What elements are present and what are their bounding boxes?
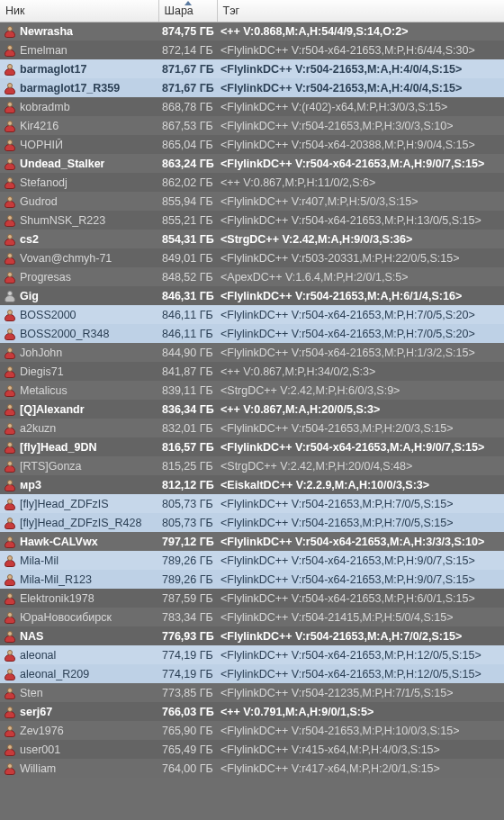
user-icon xyxy=(4,63,16,76)
nick-cell[interactable]: Elektronik1978 xyxy=(0,589,158,608)
table-row[interactable]: [fly]Head_ZDFzIS805,73 ГБ<FlylinkDC++ V:… xyxy=(0,494,504,513)
table-row[interactable]: barmaglot17_R359871,67 ГБ<FlylinkDC++ V:… xyxy=(0,78,504,97)
nick-cell[interactable]: Stefanodj xyxy=(0,173,158,192)
table-row[interactable]: kobradmb868,78 ГБ<FlylinkDC++ V:(r402)-x… xyxy=(0,97,504,116)
share-cell: 874,75 ГБ xyxy=(158,22,217,41)
table-row[interactable]: [fly]Head_9DN816,57 ГБ<FlylinkDC++ V:r50… xyxy=(0,437,504,456)
share-cell: 797,12 ГБ xyxy=(158,532,217,551)
nick-cell[interactable]: Gudrod xyxy=(0,192,158,211)
nick-cell[interactable]: ShumNSK_R223 xyxy=(0,211,158,230)
table-row[interactable]: Stefanodj862,02 ГБ<++ V:0.867,M:P,H:11/0… xyxy=(0,173,504,192)
table-row[interactable]: ЮраНовосибирск783,34 ГБ<FlylinkDC++ V:r5… xyxy=(0,608,504,626)
nick-cell[interactable]: user001 xyxy=(0,740,158,759)
tag-cell: <FlylinkDC++ V:r504-x64-21653,M:P,H:6/4/… xyxy=(217,41,504,59)
share-cell: 787,59 ГБ xyxy=(158,589,217,608)
table-row[interactable]: aleonal774,19 ГБ<FlylinkDC++ V:r504-x64-… xyxy=(0,645,504,664)
nick-cell[interactable]: kobradmb xyxy=(0,97,158,116)
nick-cell[interactable]: Metalicus xyxy=(0,381,158,400)
nick-cell[interactable]: Sten xyxy=(0,683,158,702)
nick-cell[interactable]: aleonal_R209 xyxy=(0,664,158,683)
nick-cell[interactable]: NAS xyxy=(0,626,158,645)
table-row[interactable]: cs2854,31 ГБ<StrgDC++ V:2.42,M:A,H:9/0/3… xyxy=(0,230,504,248)
table-row[interactable]: ShumNSK_R223855,21 ГБ<FlylinkDC++ V:r504… xyxy=(0,211,504,230)
table-row[interactable]: ЧОРНІЙ865,04 ГБ<FlylinkDC++ V:r504-x64-2… xyxy=(0,135,504,154)
nick-cell[interactable]: Vovan@chmyh-71 xyxy=(0,248,158,267)
nick-cell[interactable]: aleonal xyxy=(0,645,158,664)
nick-text: Vovan@chmyh-71 xyxy=(20,252,112,265)
nick-cell[interactable]: Gig xyxy=(0,286,158,305)
nick-text: kobradmb xyxy=(20,101,70,113)
nick-cell[interactable]: barmaglot17_R359 xyxy=(0,78,158,97)
table-row[interactable]: user001765,49 ГБ<FlylinkDC++ V:r415-x64,… xyxy=(0,740,504,759)
nick-cell[interactable]: BOSS2000 xyxy=(0,305,158,324)
column-header-nick[interactable]: Ник xyxy=(0,0,158,22)
table-row[interactable]: Newrasha874,75 ГБ<++ V:0.868,M:A,H:54/4/… xyxy=(0,22,504,41)
table-row[interactable]: мр3812,12 ГБ<EiskaltDC++ V:2.2.9,M:A,H:1… xyxy=(0,475,504,494)
nick-cell[interactable]: Progresas xyxy=(0,267,158,286)
table-row[interactable]: Progresas848,52 ГБ<ApexDC++ V:1.6.4,M:P,… xyxy=(0,267,504,286)
nick-cell[interactable]: Diegis71 xyxy=(0,362,158,381)
table-row[interactable]: Mila-Mil_R123789,26 ГБ<FlylinkDC++ V:r50… xyxy=(0,570,504,589)
nick-cell[interactable]: Mila-Mil_R123 xyxy=(0,570,158,589)
column-header-share[interactable]: Шара xyxy=(158,0,217,22)
nick-cell[interactable]: BOSS2000_R348 xyxy=(0,324,158,343)
table-row[interactable]: [RTS]Gonza815,25 ГБ<StrgDC++ V:2.42,M:P,… xyxy=(0,456,504,475)
nick-cell[interactable]: cs2 xyxy=(0,230,158,248)
user-icon xyxy=(4,592,16,605)
nick-cell[interactable]: Kir4216 xyxy=(0,116,158,135)
nick-cell[interactable]: [fly]Head_9DN xyxy=(0,437,158,456)
table-row[interactable]: [Q]Alexandr836,34 ГБ<++ V:0.867,M:A,H:20… xyxy=(0,400,504,419)
nick-text: aleonal xyxy=(20,649,56,662)
nick-cell[interactable]: JohJohn xyxy=(0,343,158,362)
table-row[interactable]: Zev1976765,90 ГБ<FlylinkDC++ V:r504-2165… xyxy=(0,721,504,740)
table-row[interactable]: Metalicus839,11 ГБ<StrgDC++ V:2.42,M:P,H… xyxy=(0,381,504,400)
nick-cell[interactable]: Undead_Stalker xyxy=(0,154,158,173)
table-row[interactable]: Mila-Mil789,26 ГБ<FlylinkDC++ V:r504-x64… xyxy=(0,551,504,570)
nick-cell[interactable]: ЧОРНІЙ xyxy=(0,135,158,154)
nick-cell[interactable]: [fly]Head_ZDFzIS_R428 xyxy=(0,513,158,532)
nick-cell[interactable]: [fly]Head_ZDFzIS xyxy=(0,494,158,513)
nick-cell[interactable]: barmaglot17 xyxy=(0,59,158,78)
table-row[interactable]: [fly]Head_ZDFzIS_R428805,73 ГБ<FlylinkDC… xyxy=(0,513,504,532)
table-row[interactable]: NAS776,93 ГБ<FlylinkDC++ V:r504-21653,M:… xyxy=(0,626,504,645)
table-row[interactable]: William764,00 ГБ<FlylinkDC++ V:r417-x64,… xyxy=(0,759,504,778)
nick-cell[interactable]: Zev1976 xyxy=(0,721,158,740)
share-cell: 766,03 ГБ xyxy=(158,702,217,721)
nick-cell[interactable]: [Q]Alexandr xyxy=(0,400,158,419)
nick-cell[interactable]: serj67 xyxy=(0,702,158,721)
tag-cell: <FlylinkDC++ V:r504-x64-21653,M:P,H:7/0/… xyxy=(217,305,504,324)
nick-cell[interactable]: [RTS]Gonza xyxy=(0,456,158,475)
nick-cell[interactable]: ЮраНовосибирск xyxy=(0,608,158,626)
nick-cell[interactable]: Hawk-CALVwx xyxy=(0,532,158,551)
table-row[interactable]: Gig846,31 ГБ<FlylinkDC++ V:r504-21653,M:… xyxy=(0,286,504,305)
nick-cell[interactable]: Newrasha xyxy=(0,22,158,41)
table-row[interactable]: Kir4216867,53 ГБ<FlylinkDC++ V:r504-2165… xyxy=(0,116,504,135)
table-row[interactable]: Gudrod855,94 ГБ<FlylinkDC++ V:r407,M:P,H… xyxy=(0,192,504,211)
table-row[interactable]: a2kuzn832,01 ГБ<FlylinkDC++ V:r504-21653… xyxy=(0,419,504,437)
table-row[interactable]: Vovan@chmyh-71849,01 ГБ<FlylinkDC++ V:r5… xyxy=(0,248,504,267)
column-header-tag[interactable]: Тэг xyxy=(217,0,504,22)
nick-cell[interactable]: Mila-Mil xyxy=(0,551,158,570)
table-row[interactable]: BOSS2000846,11 ГБ<FlylinkDC++ V:r504-x64… xyxy=(0,305,504,324)
nick-text: Zev1976 xyxy=(20,725,64,737)
table-row[interactable]: Elektronik1978787,59 ГБ<FlylinkDC++ V:r5… xyxy=(0,589,504,608)
table-row[interactable]: Undead_Stalker863,24 ГБ<FlylinkDC++ V:r5… xyxy=(0,154,504,173)
table-row[interactable]: Hawk-CALVwx797,12 ГБ<FlylinkDC++ V:r504-… xyxy=(0,532,504,551)
table-row[interactable]: barmaglot17871,67 ГБ<FlylinkDC++ V:r504-… xyxy=(0,59,504,78)
user-icon xyxy=(4,630,16,643)
table-row[interactable]: Sten773,85 ГБ<FlylinkDC++ V:r504-21235,M… xyxy=(0,683,504,702)
nick-cell[interactable]: мр3 xyxy=(0,475,158,494)
table-row[interactable]: Diegis71841,87 ГБ<++ V:0.867,M:P,H:34/0/… xyxy=(0,362,504,381)
share-cell: 849,01 ГБ xyxy=(158,248,217,267)
nick-cell[interactable]: William xyxy=(0,759,158,778)
table-row[interactable]: serj67766,03 ГБ<++ V:0.791,M:A,H:9/0/1,S… xyxy=(0,702,504,721)
table-row[interactable]: BOSS2000_R348846,11 ГБ<FlylinkDC++ V:r50… xyxy=(0,324,504,343)
nick-text: Mila-Mil xyxy=(20,554,58,567)
tag-cell: <FlylinkDC++ V:r504-21653,M:A,H:7/0/2,S:… xyxy=(217,626,504,645)
table-row[interactable]: Emelman872,14 ГБ<FlylinkDC++ V:r504-x64-… xyxy=(0,41,504,59)
table-row[interactable]: JohJohn844,90 ГБ<FlylinkDC++ V:r504-x64-… xyxy=(0,343,504,362)
nick-cell[interactable]: a2kuzn xyxy=(0,419,158,437)
table-row[interactable]: aleonal_R209774,19 ГБ<FlylinkDC++ V:r504… xyxy=(0,664,504,683)
nick-cell[interactable]: Emelman xyxy=(0,41,158,59)
user-icon xyxy=(4,536,16,548)
